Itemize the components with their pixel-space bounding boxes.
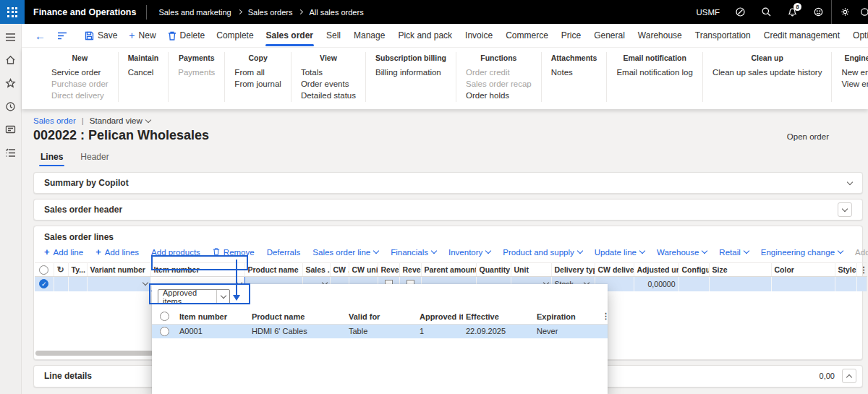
action-tab-credit-management[interactable]: Credit management	[757, 24, 846, 47]
complete-button[interactable]: Complete	[210, 24, 259, 47]
ribbon-item[interactable]: Order events	[301, 79, 356, 90]
action-tab-pick-and-pack[interactable]: Pick and pack	[391, 24, 459, 47]
settings-gear-icon[interactable]	[832, 0, 858, 24]
lines-toolbar-retail[interactable]: Retail	[719, 248, 748, 257]
record-type-link[interactable]: Sales order	[33, 116, 76, 125]
line-cell[interactable]	[835, 277, 856, 291]
lookup-column-header[interactable]: Effective	[463, 309, 534, 324]
adjusted-unit-value[interactable]: 0,00000	[634, 277, 678, 291]
scrollbar-thumb[interactable]	[35, 351, 153, 356]
copilot-icon[interactable]	[727, 0, 753, 24]
refresh-column[interactable]: ↻	[54, 263, 68, 277]
action-tab-sales-order[interactable]: Sales order	[260, 24, 320, 47]
grid-column-header[interactable]: Sales ...	[302, 263, 330, 277]
ribbon-item[interactable]: Service order	[51, 67, 109, 78]
lines-toolbar-warehouse[interactable]: Warehouse	[657, 248, 707, 257]
app-title[interactable]: Finance and Operations	[25, 7, 146, 17]
ribbon-item[interactable]: Email notification log	[616, 67, 692, 78]
ribbon-item[interactable]: View engineering change requests	[841, 79, 868, 90]
workspaces-icon[interactable]	[5, 124, 17, 135]
ribbon-item[interactable]: Cancel	[128, 67, 159, 78]
page-tab-header[interactable]: Header	[73, 149, 116, 166]
recent-clock-icon[interactable]	[5, 100, 17, 112]
lines-toolbar-financials[interactable]: Financials	[391, 248, 436, 257]
ribbon-item[interactable]: Totals	[301, 67, 356, 78]
expand-section-button[interactable]	[838, 202, 852, 217]
lookup-filter-select[interactable]: Approved items	[158, 289, 230, 304]
row-selected-check-icon[interactable]: ✓	[39, 279, 48, 288]
lines-toolbar-inventory[interactable]: Inventory	[448, 248, 490, 257]
lookup-cell[interactable]: A0001	[176, 324, 249, 338]
view-selector[interactable]: Standard view	[90, 116, 150, 125]
ribbon-item[interactable]: Clean up sales update history	[712, 67, 822, 78]
lookup-column-header[interactable]: Approved item...	[417, 309, 463, 324]
grid-column-header[interactable]: Reve...	[399, 263, 421, 277]
new-button[interactable]: + New	[123, 24, 161, 47]
ribbon-item[interactable]: Order holds	[466, 90, 532, 101]
grid-column-header[interactable]: Variant number	[87, 263, 150, 277]
grid-column-header[interactable]: Product name	[244, 263, 302, 277]
favorites-star-icon[interactable]	[5, 77, 17, 89]
app-launcher-icon[interactable]	[0, 0, 25, 24]
grid-column-header[interactable]: CW unit	[349, 263, 378, 277]
lines-toolbar-add-products[interactable]: Add products	[151, 248, 200, 257]
nav-menu-icon[interactable]	[5, 31, 17, 43]
action-tab-transportation[interactable]: Transportation	[689, 24, 757, 47]
grid-column-header[interactable]: Ty...	[68, 263, 87, 277]
ribbon-item[interactable]: Notes	[551, 67, 597, 78]
action-pane-pin-icon[interactable]	[51, 24, 73, 47]
grid-column-header[interactable]: CW deliver now	[595, 263, 634, 277]
modules-list-icon[interactable]	[5, 147, 17, 158]
grid-column-header[interactable]: Parent amount	[421, 263, 476, 277]
lines-toolbar-product-and-supply[interactable]: Product and supply	[503, 248, 582, 257]
delete-button[interactable]: Delete	[162, 24, 211, 47]
line-cell[interactable]	[771, 277, 835, 291]
ribbon-item[interactable]: From journal	[234, 79, 281, 90]
lookup-result-row[interactable]: A0001HDMI 6' CablesTable122.09.2025Never	[152, 324, 608, 338]
lookup-select-cell[interactable]	[152, 324, 176, 338]
line-cell[interactable]	[709, 277, 771, 291]
home-icon[interactable]	[5, 54, 17, 66]
lookup-cell[interactable]: Table	[346, 324, 417, 338]
lookup-column-header[interactable]: Expiration	[534, 309, 599, 324]
grid-column-header[interactable]: Adjusted unit ...	[634, 263, 678, 277]
grid-column-header[interactable]: Delivery type	[551, 263, 595, 277]
lookup-column-header[interactable]: Item number	[176, 309, 249, 324]
grid-column-header[interactable]: Style	[835, 263, 856, 277]
lines-toolbar-engineering-change[interactable]: Engineering change	[761, 248, 843, 257]
grid-column-header[interactable]: Size	[709, 263, 771, 277]
lines-toolbar-deferrals[interactable]: Deferrals	[267, 248, 301, 257]
action-tab-invoice[interactable]: Invoice	[459, 24, 499, 47]
action-tab-options[interactable]: Options	[846, 24, 868, 47]
grid-column-header[interactable]: Color	[771, 263, 835, 277]
ribbon-item[interactable]: New engineering change request	[841, 67, 868, 78]
refresh-row-icon[interactable]: ↻	[57, 265, 64, 275]
action-tab-general[interactable]: General	[587, 24, 631, 47]
company-selector[interactable]: USMF	[689, 8, 727, 17]
lookup-cell[interactable]: 22.09.2025	[463, 324, 534, 338]
select-all-radio[interactable]	[39, 265, 48, 275]
ribbon-item[interactable]: Billing information	[375, 67, 446, 78]
chevron-down-icon[interactable]	[142, 280, 148, 286]
collapse-section-button[interactable]	[842, 369, 856, 383]
select-all-column[interactable]	[35, 263, 54, 277]
line-cell[interactable]	[87, 277, 150, 291]
grid-column-header[interactable]: Unit	[511, 263, 551, 277]
lookup-cell[interactable]: Never	[534, 324, 599, 338]
action-tab-manage[interactable]: Manage	[347, 24, 391, 47]
lookup-cell[interactable]: 1	[417, 324, 463, 338]
notifications-bell-icon[interactable]: 8	[779, 0, 805, 24]
grid-more-options-icon[interactable]: ⋮	[856, 263, 867, 277]
ribbon-item[interactable]: From all	[234, 67, 281, 78]
save-button[interactable]: Save	[79, 24, 123, 47]
help-icon[interactable]	[858, 0, 868, 24]
lookup-more-options-icon[interactable]: ⋮	[599, 309, 608, 324]
page-tab-lines[interactable]: Lines	[33, 149, 70, 166]
lookup-cell[interactable]: HDMI 6' Cables	[249, 324, 346, 338]
grid-column-header[interactable]: CW ...	[330, 263, 349, 277]
breadcrumb-item[interactable]: All sales orders	[309, 8, 363, 17]
action-tab-warehouse[interactable]: Warehouse	[631, 24, 689, 47]
grid-column-header[interactable]: Item number	[150, 263, 244, 277]
line-cell[interactable]	[68, 277, 87, 291]
breadcrumb-item[interactable]: Sales and marketing	[158, 8, 231, 17]
